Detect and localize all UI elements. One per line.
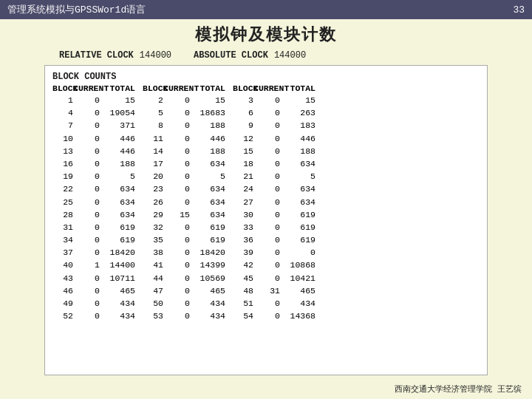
cell-total: 619 <box>190 221 225 233</box>
cell-total: 18683 <box>190 106 225 119</box>
cell-current: 0 <box>73 132 100 145</box>
cell-block: 52 <box>52 310 73 322</box>
cell-current: 0 <box>163 94 190 106</box>
cell-current: 0 <box>253 183 280 195</box>
cell-total: 434 <box>190 297 225 310</box>
cell-total: 15 <box>280 94 316 106</box>
cell-block: 33 <box>233 221 253 233</box>
cell-current: 0 <box>73 145 100 157</box>
cell-current: 0 <box>163 246 190 259</box>
clock-row: RELATIVE CLOCK 144000 ABSOLUTE CLOCK 144… <box>0 49 532 62</box>
cell-block: 2 <box>143 94 163 106</box>
group-1: BLOCK CURRENT TOTAL 1 0 15 4 0 19054 7 0… <box>52 83 135 322</box>
cell-current: 0 <box>163 119 190 132</box>
cell-total: 446 <box>100 132 135 145</box>
cell-block: 6 <box>233 106 253 119</box>
cell-block: 40 <box>52 259 73 271</box>
g1-current-header: CURRENT <box>73 83 100 93</box>
cell-current: 0 <box>73 246 100 259</box>
cell-current: 0 <box>73 297 100 310</box>
cell-block: 17 <box>143 157 163 170</box>
table-row: 6 0 263 <box>233 106 316 119</box>
table-row: 20 0 5 <box>143 170 225 183</box>
cell-block: 15 <box>233 145 253 157</box>
cell-total: 634 <box>100 208 135 221</box>
cell-current: 0 <box>163 106 190 119</box>
cell-current: 0 <box>253 259 280 271</box>
cell-total: 434 <box>100 310 135 322</box>
table-row: 26 0 634 <box>143 196 225 208</box>
absolute-clock-label: ABSOLUTE CLOCK <box>194 50 268 61</box>
cell-total: 634 <box>280 157 316 170</box>
group-1-rows: 1 0 15 4 0 19054 7 0 371 10 0 446 13 0 4… <box>52 94 135 322</box>
cell-current: 0 <box>73 310 100 322</box>
cell-block: 46 <box>52 284 73 297</box>
table-row: 3 0 15 <box>233 94 316 106</box>
cell-current: 0 <box>253 233 280 246</box>
page-title: 模拟钟及模块计数 <box>0 19 532 49</box>
cell-current: 15 <box>163 208 190 221</box>
table-row: 5 0 18683 <box>143 106 225 119</box>
cell-current: 0 <box>163 132 190 145</box>
cell-block: 3 <box>233 94 253 106</box>
group-3-header: BLOCK CURRENT TOTAL <box>233 83 316 93</box>
page-number: 33 <box>513 4 525 16</box>
cell-total: 634 <box>190 196 225 208</box>
cell-block: 47 <box>143 284 163 297</box>
cell-current: 0 <box>253 145 280 157</box>
block-counts-header: BLOCK COUNTS <box>52 72 480 82</box>
cell-total: 5 <box>100 170 135 183</box>
table-row: 30 0 619 <box>233 208 316 221</box>
top-bar: 管理系统模拟与GPSSWor1d语言 33 <box>0 0 532 19</box>
table-row: 32 0 619 <box>143 221 225 233</box>
g2-block-header: BLOCK <box>143 83 163 93</box>
table-row: 14 0 188 <box>143 145 225 157</box>
cell-total: 188 <box>190 145 225 157</box>
cell-block: 51 <box>233 297 253 310</box>
group-2-rows: 2 0 15 5 0 18683 8 0 188 11 0 446 14 0 1… <box>143 94 225 322</box>
cell-total: 619 <box>280 208 316 221</box>
cell-total: 619 <box>190 233 225 246</box>
table-row: 31 0 619 <box>52 221 135 233</box>
g2-total-header: TOTAL <box>190 83 225 93</box>
cell-total: 188 <box>190 119 225 132</box>
cell-block: 43 <box>52 272 73 284</box>
table-row: 54 0 14368 <box>233 310 316 322</box>
cell-block: 28 <box>52 208 73 221</box>
cell-block: 38 <box>143 246 163 259</box>
cell-current: 0 <box>163 310 190 322</box>
cell-total: 465 <box>100 284 135 297</box>
cell-current: 0 <box>73 183 100 195</box>
cell-current: 0 <box>163 233 190 246</box>
table-row: 25 0 634 <box>52 196 135 208</box>
cell-total: 634 <box>190 183 225 195</box>
cell-block: 19 <box>52 170 73 183</box>
table-row: 43 0 10711 <box>52 272 135 284</box>
cell-current: 0 <box>73 196 100 208</box>
cell-current: 0 <box>73 272 100 284</box>
cell-total: 263 <box>280 106 316 119</box>
cell-block: 24 <box>233 183 253 195</box>
cell-block: 11 <box>143 132 163 145</box>
cell-current: 0 <box>73 157 100 170</box>
cell-current: 0 <box>253 157 280 170</box>
cell-current: 0 <box>163 170 190 183</box>
cell-total: 465 <box>280 284 316 297</box>
title-cn: 管理系统模拟与GPSSWor1d语言 <box>7 3 146 16</box>
cell-block: 32 <box>143 221 163 233</box>
cell-block: 34 <box>52 233 73 246</box>
cell-block: 30 <box>233 208 253 221</box>
cell-total: 18420 <box>100 246 135 259</box>
table-row: 19 0 5 <box>52 170 135 183</box>
cell-total: 634 <box>280 196 316 208</box>
cell-block: 39 <box>233 246 253 259</box>
table-row: 39 0 0 <box>233 246 316 259</box>
table-row: 41 0 14399 <box>143 259 225 271</box>
cell-total: 446 <box>190 132 225 145</box>
cell-block: 26 <box>143 196 163 208</box>
cell-block: 54 <box>233 310 253 322</box>
cell-block: 12 <box>233 132 253 145</box>
cell-block: 49 <box>52 297 73 310</box>
table-row: 37 0 18420 <box>52 246 135 259</box>
cell-block: 14 <box>143 145 163 157</box>
